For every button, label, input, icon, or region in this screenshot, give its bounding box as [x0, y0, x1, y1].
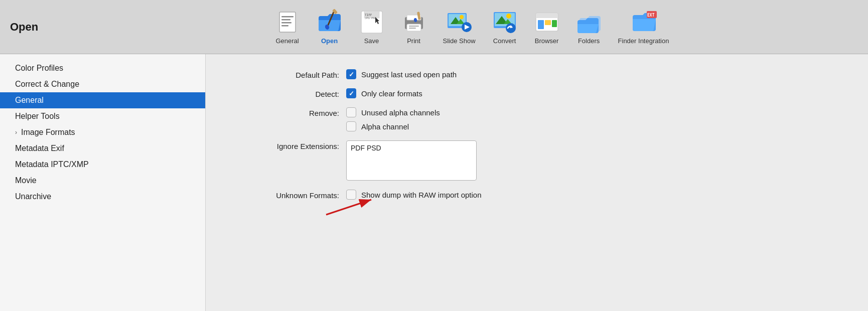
open-label: Open	[321, 37, 338, 45]
ignore-extensions-row: Ignore Extensions: PDF PSD	[236, 140, 838, 181]
toolbar-item-browser[interactable]: Browser	[526, 6, 568, 48]
toolbar-item-print[interactable]: Print	[393, 6, 435, 48]
svg-text:EXT: EXT	[647, 13, 655, 18]
convert-icon	[492, 9, 518, 35]
sidebar: Color Profiles Correct & Change General …	[0, 54, 206, 311]
general-icon	[274, 9, 301, 35]
correct-change-label: Correct & Change	[15, 80, 79, 89]
toolbar-item-open[interactable]: Open	[309, 6, 351, 48]
sidebar-item-image-formats[interactable]: › Image Formats	[0, 124, 205, 140]
default-path-row: Default Path: Suggest last used open pat…	[236, 69, 838, 79]
svg-text:TIFF: TIFF	[365, 13, 372, 17]
general-label: General	[15, 96, 44, 105]
svg-rect-2	[281, 19, 291, 21]
detect-inline: Only clear formats	[346, 88, 422, 98]
svg-rect-38	[536, 16, 558, 18]
detect-label: Detect:	[236, 88, 346, 98]
detect-controls: Only clear formats	[346, 88, 422, 98]
svg-line-45	[326, 200, 371, 215]
folders-icon	[576, 9, 602, 35]
slideshow-icon	[446, 9, 472, 35]
helper-tools-label: Helper Tools	[15, 112, 60, 121]
toolbar-item-slideshow[interactable]: Slide Show	[435, 6, 484, 48]
toolbar-items: General Open	[85, 6, 858, 48]
svg-rect-18	[409, 26, 419, 27]
remove-row: Remove: Unused alpha channels Alpha chan…	[236, 107, 838, 131]
remove-option2-inline: Alpha channel	[346, 121, 440, 131]
browser-label: Browser	[535, 37, 559, 45]
metadata-exif-label: Metadata Exif	[15, 144, 64, 153]
detect-text: Only clear formats	[361, 89, 422, 98]
detect-checkbox[interactable]	[346, 88, 356, 98]
color-profiles-label: Color Profiles	[15, 64, 63, 73]
browser-icon	[534, 9, 560, 35]
sidebar-item-metadata-exif[interactable]: Metadata Exif	[0, 140, 205, 157]
print-label: Print	[407, 37, 420, 45]
content-panel: Default Path: Suggest last used open pat…	[206, 54, 868, 311]
image-formats-chevron: ›	[15, 129, 17, 136]
sidebar-item-correct-change[interactable]: Correct & Change	[0, 76, 205, 92]
general-label: General	[275, 37, 299, 45]
remove-option2-checkbox[interactable]	[346, 121, 356, 131]
svg-rect-19	[409, 28, 416, 29]
save-icon: TIFF JPG PNG	[359, 9, 385, 35]
toolbar-item-folders[interactable]: Folders	[568, 6, 610, 48]
unarchive-label: Unarchive	[15, 192, 51, 201]
default-path-inline: Suggest last used open path	[346, 69, 457, 79]
remove-option1-inline: Unused alpha channels	[346, 107, 440, 117]
toolbar-item-general[interactable]: General	[266, 6, 309, 48]
remove-controls: Unused alpha channels Alpha channel	[346, 107, 440, 131]
svg-rect-4	[281, 25, 288, 27]
metadata-iptc-label: Metadata IPTC/XMP	[15, 160, 89, 169]
svg-rect-40	[545, 20, 551, 25]
toolbar-item-convert[interactable]: Convert	[484, 6, 526, 48]
svg-rect-39	[538, 20, 544, 29]
svg-text:JPG: JPG	[365, 17, 370, 20]
sidebar-item-color-profiles[interactable]: Color Profiles	[0, 60, 205, 76]
folders-label: Folders	[578, 37, 600, 45]
sidebar-item-movie[interactable]: Movie	[0, 173, 205, 189]
detect-row: Detect: Only clear formats	[236, 88, 838, 98]
svg-rect-41	[552, 20, 557, 27]
remove-option1-checkbox[interactable]	[346, 107, 356, 117]
save-label: Save	[364, 37, 379, 45]
finder-icon: EXT	[631, 9, 657, 35]
remove-label: Remove:	[236, 107, 346, 117]
default-path-label: Default Path:	[236, 69, 346, 79]
ignore-extensions-input[interactable]: PDF PSD	[346, 140, 477, 181]
remove-option1-text: Unused alpha channels	[361, 108, 440, 117]
default-path-controls: Suggest last used open path	[346, 69, 457, 79]
sidebar-item-metadata-iptc[interactable]: Metadata IPTC/XMP	[0, 157, 205, 173]
ignore-extensions-label: Ignore Extensions:	[236, 140, 346, 150]
remove-option2-text: Alpha channel	[361, 122, 409, 131]
red-arrow-annotation	[321, 195, 381, 220]
open-icon	[317, 9, 343, 35]
svg-point-33	[506, 14, 511, 19]
ignore-extensions-controls: PDF PSD	[346, 140, 477, 181]
toolbar-item-finder[interactable]: EXT Finder Integration	[610, 6, 677, 48]
image-formats-label: Image Formats	[21, 128, 75, 137]
print-icon	[401, 9, 427, 35]
svg-rect-3	[281, 22, 292, 24]
slideshow-label: Slide Show	[443, 37, 476, 45]
svg-point-26	[460, 15, 464, 19]
movie-label: Movie	[15, 176, 37, 185]
sidebar-item-helper-tools[interactable]: Helper Tools	[0, 108, 205, 124]
sidebar-item-general[interactable]: General	[0, 92, 205, 108]
toolbar-title: Open	[10, 21, 70, 34]
default-path-text: Suggest last used open path	[361, 70, 457, 79]
toolbar: Open General	[0, 0, 868, 54]
unknown-formats-row: Unknown Formats: Show dump with RAW impo…	[236, 190, 838, 200]
convert-label: Convert	[493, 37, 516, 45]
main-area: Color Profiles Correct & Change General …	[0, 54, 868, 311]
sidebar-item-unarchive[interactable]: Unarchive	[0, 189, 205, 205]
toolbar-item-save[interactable]: TIFF JPG PNG Save	[351, 6, 393, 48]
svg-rect-1	[281, 16, 294, 18]
default-path-checkbox[interactable]	[346, 69, 356, 79]
finder-label: Finder Integration	[618, 37, 669, 45]
